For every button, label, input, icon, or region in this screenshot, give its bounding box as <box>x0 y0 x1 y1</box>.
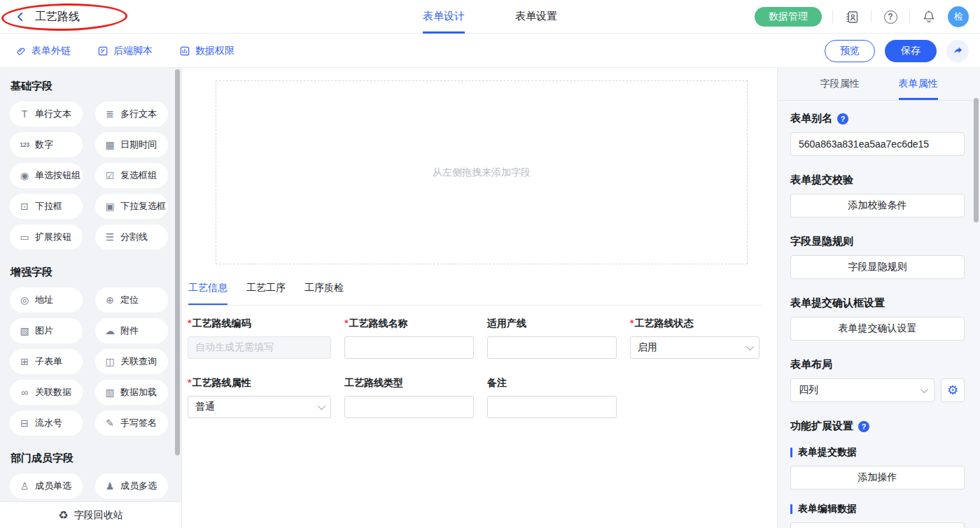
tab-craft-process[interactable]: 工艺工序 <box>246 282 286 305</box>
sidebar-field-single-line-text[interactable]: T 单行文本 <box>10 101 83 127</box>
tab-field-properties[interactable]: 字段属性 <box>820 68 860 100</box>
sidebar-field-member-multi[interactable]: ♟ 成员多选 <box>95 473 168 499</box>
sidebar-field-subform[interactable]: ⊞ 子表单 <box>10 349 83 374</box>
tab-form-settings[interactable]: 表单设置 <box>515 0 557 34</box>
section-title-basic-fields: 基础字段 <box>10 80 181 93</box>
form-fields: * 工艺路线编码 自动生成无需填写 * 工艺路线名称 适用产线 <box>188 317 760 418</box>
help-icon[interactable]: ? <box>858 421 869 432</box>
sidebar-field-data-load[interactable]: ▥ 数据加载 <box>95 380 168 405</box>
route-attribute-select[interactable]: 普通 <box>188 396 331 418</box>
route-code-field: * 工艺路线编码 自动生成无需填写 <box>188 317 331 359</box>
sidebar-field-attachment[interactable]: ☁ 附件 <box>95 318 168 343</box>
attachment-icon: ☁ <box>104 326 115 336</box>
route-attribute-field: * 工艺路线属性 普通 <box>188 377 331 418</box>
sidebar-field-number[interactable]: 123 数字 <box>10 132 83 157</box>
sidebar-field-image[interactable]: ▧ 图片 <box>10 318 83 343</box>
product-line-input[interactable] <box>487 336 617 359</box>
add-validation-button[interactable]: 添加校验条件 <box>790 194 965 217</box>
canvas-tabs: 工艺信息 工艺工序 工序质检 <box>188 282 762 306</box>
form-external-link[interactable]: 表单外链 <box>15 45 71 57</box>
section-title-member-fields: 部门成员字段 <box>10 452 181 465</box>
form-layout-select[interactable]: 四列 <box>790 378 934 402</box>
remark-field: 备注 <box>487 377 617 418</box>
sidebar-field-address[interactable]: ◎ 地址 <box>10 287 83 313</box>
save-button[interactable]: 保存 <box>885 40 937 62</box>
preview-button[interactable]: 预览 <box>825 40 875 62</box>
remark-input[interactable] <box>487 396 617 418</box>
recycle-icon: ♻ <box>58 510 68 521</box>
header-left: 工艺路线 <box>14 0 80 34</box>
empty-cell <box>630 377 760 418</box>
avatar[interactable]: 检 <box>948 6 969 27</box>
subform-icon: ⊞ <box>19 357 30 366</box>
dropzone[interactable]: 从左侧拖拽来添加字段 <box>216 80 748 264</box>
address-book-icon[interactable] <box>844 8 860 25</box>
required-mark: * <box>344 317 348 329</box>
page-title: 工艺路线 <box>35 10 80 24</box>
panel-scrollbar[interactable] <box>974 98 979 222</box>
member-single-icon: ♙ <box>19 481 30 491</box>
share-arrow-icon <box>952 45 964 57</box>
sidebar-field-checkbox-group[interactable]: ☑ 复选框组 <box>95 163 168 188</box>
gear-icon: ⚙ <box>947 384 958 397</box>
sidebar-field-divider-line[interactable]: ☰ 分割线 <box>95 224 168 250</box>
help-icon[interactable]: ? <box>837 113 848 124</box>
sidebar-field-location[interactable]: ⊕ 定位 <box>95 287 168 313</box>
submit-confirm-button[interactable]: 表单提交确认设置 <box>790 317 965 341</box>
sidebar-field-datetime[interactable]: ▦ 日期时间 <box>95 132 168 157</box>
enhanced-fields-grid: ◎ 地址 ⊕ 定位 ▧ 图片 ☁ 附件 ⊞ 子表单 ◫ 关联查询 <box>10 287 181 436</box>
backend-script-link[interactable]: 后端脚本 <box>97 45 153 57</box>
related-query-icon: ◫ <box>104 357 115 366</box>
layout-settings-button[interactable]: ⚙ <box>941 378 965 402</box>
required-mark: * <box>630 317 634 329</box>
form-alias-input[interactable] <box>790 132 965 156</box>
submit-data-add-action-button[interactable]: 添加操作 <box>790 466 965 490</box>
field-visibility-label: 字段显隐规则 <box>790 235 965 248</box>
sidebar-field-radio-group[interactable]: ◉ 单选按钮组 <box>10 163 83 188</box>
sidebar-field-dropdown[interactable]: ⊡ 下拉框 <box>10 194 83 219</box>
dropdown-icon: ⊡ <box>19 201 30 211</box>
sidebar-field-signature[interactable]: ✎ 手写签名 <box>95 411 168 436</box>
share-button[interactable] <box>946 40 969 62</box>
tab-form-design[interactable]: 表单设计 <box>423 0 465 34</box>
route-type-field: 工艺路线类型 <box>344 377 474 418</box>
toolbar-links: 表单外链 后端脚本 数据权限 <box>15 34 234 68</box>
sidebar-scrollbar[interactable] <box>175 69 180 455</box>
route-code-input[interactable]: 自动生成无需填写 <box>188 336 331 359</box>
bell-icon[interactable] <box>920 8 937 25</box>
route-name-input[interactable] <box>344 336 474 359</box>
edit-data-add-action-button[interactable]: 添加操作 <box>790 522 965 528</box>
multi-line-text-icon: ≣ <box>104 109 115 119</box>
single-line-text-icon: T <box>19 109 30 119</box>
tab-craft-info[interactable]: 工艺信息 <box>188 282 227 305</box>
route-status-select[interactable]: 启用 <box>630 336 760 359</box>
sidebar-field-dropdown-multi[interactable]: ▣ 下拉复选框 <box>95 194 168 219</box>
basic-fields-grid: T 单行文本 ≣ 多行文本 123 数字 ▦ 日期时间 ◉ 单选按钮组 ☑ 复选… <box>10 101 181 250</box>
panel-tabs: 字段属性 表单属性 <box>778 68 980 101</box>
route-name-field: * 工艺路线名称 <box>344 317 474 359</box>
divider <box>832 10 833 23</box>
sidebar-field-member-single[interactable]: ♙ 成员单选 <box>10 473 83 499</box>
back-button[interactable] <box>14 10 27 23</box>
required-mark: * <box>188 377 191 388</box>
help-icon[interactable]: ? <box>882 8 899 25</box>
tab-form-properties[interactable]: 表单属性 <box>899 68 938 100</box>
sidebar-field-related-query[interactable]: ◫ 关联查询 <box>95 349 168 374</box>
header-tabs: 表单设计 表单设置 <box>423 0 557 34</box>
field-recycle-bin[interactable]: ♻ 字段回收站 <box>0 501 181 528</box>
sidebar-field-extend-button[interactable]: ▭ 扩展按钮 <box>10 224 83 250</box>
dropdown-multi-icon: ▣ <box>104 201 115 211</box>
panel-body: 表单别名 ? 表单提交校验 添加校验条件 字段显隐规则 字段显隐规则 表单提交确… <box>778 112 980 528</box>
data-manage-button[interactable]: 数据管理 <box>755 7 822 27</box>
app-root: 工艺路线 表单设计 表单设置 数据管理 ? <box>0 0 980 528</box>
field-visibility-button[interactable]: 字段显隐规则 <box>790 255 965 279</box>
sidebar-field-serial-number[interactable]: ⊟ 流水号 <box>10 411 83 436</box>
tab-process-quality-check[interactable]: 工序质检 <box>304 282 344 305</box>
data-permission-link[interactable]: 数据权限 <box>179 45 234 57</box>
sidebar-field-multi-line-text[interactable]: ≣ 多行文本 <box>95 101 168 127</box>
chevron-down-icon <box>746 343 754 350</box>
divider-icon: ☰ <box>104 232 115 242</box>
sidebar-field-related-data[interactable]: ∞ 关联数据 <box>10 380 83 405</box>
chevron-left-icon <box>14 10 27 23</box>
route-type-input[interactable] <box>344 396 474 418</box>
